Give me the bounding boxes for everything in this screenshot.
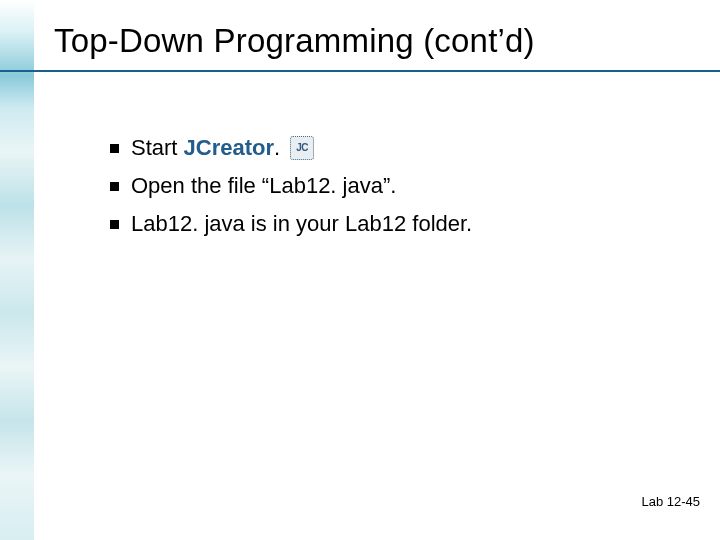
bullet-item-3: Lab12. java is in your Lab12 folder.	[110, 206, 670, 242]
slide-left-decoration	[0, 0, 34, 540]
bullet-item-1: Start JCreator. JC	[110, 130, 670, 166]
title-underline	[0, 70, 720, 72]
bullet-3-text: Lab12. java is in your Lab12 folder.	[131, 206, 472, 242]
bullet-item-2: Open the file “Lab12. java”.	[110, 168, 670, 204]
bullet-1-prefix: Start	[131, 135, 184, 160]
bullet-1-text: Start JCreator.	[131, 130, 280, 166]
slide-title: Top-Down Programming (cont’d)	[54, 22, 694, 60]
footer-lab-label: Lab	[641, 494, 666, 509]
footer-lab-number: 12-45	[667, 494, 700, 509]
bullet-marker-icon	[110, 144, 119, 153]
bullet-marker-icon	[110, 182, 119, 191]
bullet-1-suffix: .	[274, 135, 280, 160]
jcreator-icon: JC	[290, 136, 314, 160]
bullet-2-text: Open the file “Lab12. java”.	[131, 168, 396, 204]
bullet-marker-icon	[110, 220, 119, 229]
slide-footer: Lab 12-45	[627, 479, 700, 524]
jcreator-icon-label: JC	[296, 143, 308, 153]
slide-body: Start JCreator. JC Open the file “Lab12.…	[110, 130, 670, 244]
bullet-1-strong: JCreator	[184, 135, 274, 160]
